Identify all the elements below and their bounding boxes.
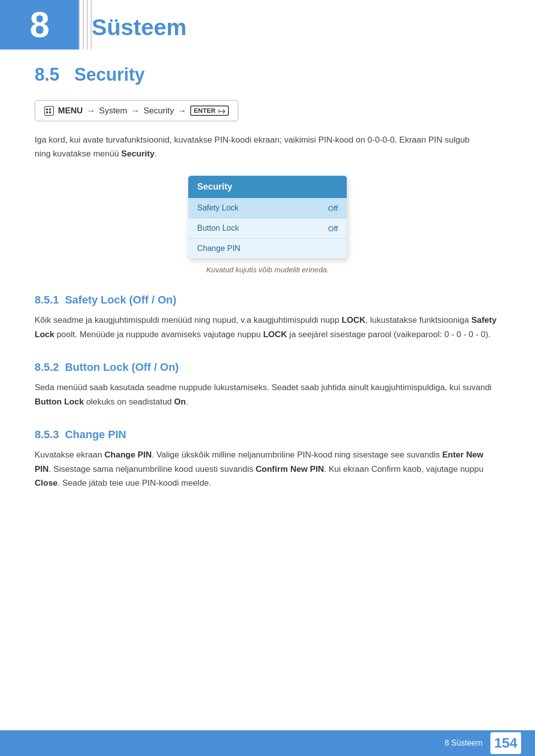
section-heading: 8.5 Security (35, 64, 500, 85)
mockup-row-button-lock-label: Button Lock (197, 224, 239, 233)
footer: 8 Süsteem 154 (0, 730, 535, 756)
menu-icon (44, 106, 54, 116)
menu-svg-icon (44, 106, 54, 116)
footer-page-number: 154 (490, 732, 521, 754)
main-content: 8.5 Security MENU → System → Security → … (0, 0, 535, 549)
ui-mockup-container: Security Safety Lock Off Button Lock Off… (35, 176, 500, 258)
svg-rect-5 (46, 108, 48, 110)
mockup-row-change-pin: Change PIN (188, 239, 347, 258)
mockup-row-change-pin-label: Change PIN (197, 244, 240, 253)
chapter-title: Süsteem (92, 14, 187, 41)
intro-text: Iga kord, kui avate turvafunktsioonid, k… (35, 133, 481, 161)
mockup-row-button-lock-value: Off (328, 224, 338, 233)
arrow2: → (131, 106, 140, 116)
subsection-851: 8.5.1 Safety Lock (Off / On) Kõik seadme… (35, 294, 500, 342)
arrow1: → (87, 106, 95, 116)
mockup-row-safety-lock-value: Off (328, 204, 338, 212)
ui-mockup: Security Safety Lock Off Button Lock Off… (188, 176, 347, 258)
subsection-853-heading: 8.5.3 Change PIN (35, 428, 500, 441)
mockup-header: Security (188, 176, 347, 198)
mockup-caption: Kuvatud kujutis võib mudeliti erineda. (35, 265, 500, 274)
security-label: Security (144, 106, 174, 116)
chapter-header-box: 8 (0, 0, 79, 50)
subsection-853-text: Kuvatakse ekraan Change PIN. Valige üksk… (35, 448, 500, 491)
enter-arrow-icon (218, 108, 225, 114)
section-title: Security (74, 64, 145, 85)
subsection-852-text: Seda menüüd saab kasutada seadme nuppude… (35, 381, 500, 409)
svg-rect-6 (46, 111, 48, 113)
svg-rect-4 (45, 106, 54, 115)
mockup-row-safety-lock-label: Safety Lock (197, 203, 239, 212)
mockup-row-button-lock: Button Lock Off (188, 218, 347, 239)
arrow3: → (178, 106, 186, 116)
subsection-851-text: Kõik seadme ja kaugjuhtimispuldi menüüd … (35, 313, 500, 342)
svg-rect-8 (49, 111, 51, 113)
subsection-853: 8.5.3 Change PIN Kuvatakse ekraan Change… (35, 428, 500, 491)
footer-label: 8 Süsteem (445, 739, 482, 748)
svg-rect-7 (49, 108, 51, 110)
subsection-851-heading: 8.5.1 Safety Lock (Off / On) (35, 294, 500, 306)
section-number: 8.5 (35, 64, 59, 85)
chapter-number: 8 (30, 7, 50, 43)
subsection-852: 8.5.2 Button Lock (Off / On) Seda menüüd… (35, 361, 500, 409)
subsection-852-heading: 8.5.2 Button Lock (Off / On) (35, 361, 500, 374)
system-label: System (99, 106, 127, 116)
enter-label: ENTER (190, 105, 229, 116)
menu-label: MENU (58, 106, 83, 116)
mockup-row-safety-lock: Safety Lock Off (188, 198, 347, 218)
menu-path-box: MENU → System → Security → ENTER (35, 100, 238, 121)
